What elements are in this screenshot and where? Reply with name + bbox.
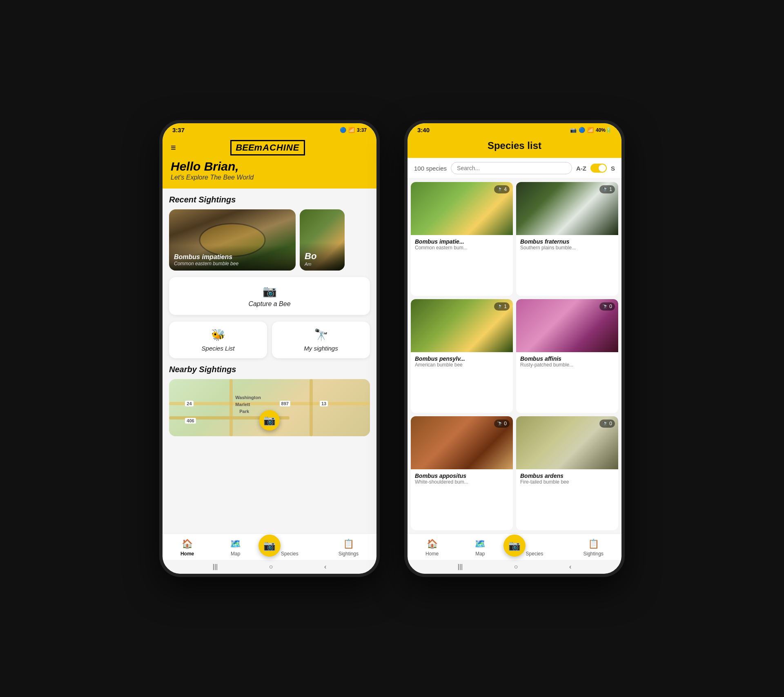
phone-2: 3:40 📷 🔵 📶 40%🔋 Species list 100 species… — [404, 120, 625, 577]
species-name-0: Bombus impatie... — [415, 238, 509, 245]
time-1: 3:37 — [172, 127, 185, 133]
species-card-0[interactable]: 🔭 4 Bombus impatie... Common eastern bum… — [411, 182, 513, 296]
sightings-icon-2: 📋 — [588, 539, 599, 549]
nearby-map: Washington Marlett Park 406 24 897 13 📷 — [169, 379, 370, 436]
badge-count-0: 4 — [504, 186, 507, 192]
home-btn-2[interactable]: ○ — [514, 563, 518, 570]
species-controls: 100 species A-Z S — [408, 158, 621, 179]
app-logo: BEEmACHINE — [230, 140, 305, 155]
species-common-3: Rusty-patched bumble... — [520, 362, 614, 368]
sort-s-label[interactable]: S — [611, 165, 615, 172]
map-label-nav: Map — [231, 551, 240, 557]
my-sightings-label: My sightings — [304, 345, 338, 352]
sighting-card-side[interactable]: Bo Am — [300, 209, 345, 271]
toggle-thumb — [599, 164, 606, 172]
nav-map-2[interactable]: 🗺️ Map — [470, 539, 490, 557]
binoculars-icon-3: 🔭 — [602, 304, 608, 309]
recents-btn[interactable]: ‹ — [324, 563, 326, 570]
toggle-track — [590, 164, 607, 173]
species-common-5: Fire-tailed bumble bee — [520, 479, 614, 485]
back-btn[interactable]: ||| — [213, 563, 218, 570]
capture-fab[interactable]: 📷 — [258, 535, 281, 557]
species-search-input[interactable] — [451, 162, 572, 174]
badge-count-1: 1 — [609, 186, 612, 192]
nav-capture-1[interactable]: 📷 📷 Species — [273, 539, 307, 557]
subtitle-text: Let's Explore The Bee World — [171, 174, 368, 181]
species-name-5: Bombus ardens — [520, 473, 614, 479]
sightings-icon: 📋 — [343, 539, 354, 549]
map-label-897: 897 — [280, 401, 290, 406]
bluetooth-icon: 🔵 — [340, 127, 346, 133]
binoculars-icon-1: 🔭 — [602, 187, 608, 192]
map-icon-2: 🗺️ — [474, 539, 486, 549]
species-info-1: Bombus fraternus Southern plains bumble.… — [516, 235, 618, 255]
map-label-24: 24 — [185, 401, 193, 406]
home-btn[interactable]: ○ — [269, 563, 273, 570]
nav-home-1[interactable]: 🏠 Home — [176, 539, 198, 557]
time-2: 3:40 — [417, 127, 430, 133]
home-indicator-1: ||| ○ ‹ — [163, 560, 376, 574]
status-bar-2: 3:40 📷 🔵 📶 40%🔋 — [408, 123, 621, 136]
species-name-2: Bombus pensylv... — [415, 355, 509, 362]
species-common-0: Common eastern bum... — [415, 245, 509, 251]
bottom-nav-2: 🏠 Home 🗺️ Map 📷 📷 Species 📋 Sightings — [408, 533, 621, 560]
nav-capture-2[interactable]: 📷 📷 Species — [518, 539, 552, 557]
binoculars-icon-0: 🔭 — [497, 187, 503, 192]
nav-map-1[interactable]: 🗺️ Map — [226, 539, 245, 557]
home-label: Home — [180, 551, 194, 557]
species-badge-4: 🔭 0 — [494, 420, 510, 428]
species-list-button[interactable]: 🐝 Species List — [169, 322, 267, 358]
species-info-2: Bombus pensylv... American bumble bee — [411, 352, 513, 372]
species-info-3: Bombus affinis Rusty-patched bumble... — [516, 352, 618, 372]
map-capture-button[interactable]: 📷 — [259, 410, 280, 431]
bottom-nav-1: 🏠 Home 🗺️ Map 📷 📷 Species 📋 Sightings — [163, 533, 376, 560]
phone1-header: ≡ BEEmACHINE Hello Brian, Let's Explore … — [163, 136, 376, 189]
map-label-nav-2: Map — [475, 551, 485, 557]
species-name-1: Bombus fraternus — [520, 238, 614, 245]
sort-az-label[interactable]: A-Z — [576, 165, 586, 172]
capture-bee-button[interactable]: 📷 Capture a Bee — [169, 277, 370, 315]
species-card-2[interactable]: 🔭 1 Bombus pensylv... American bumble be… — [411, 299, 513, 413]
badge-count-3: 0 — [609, 304, 612, 309]
species-common-2: American bumble bee — [415, 362, 509, 368]
nav-sightings-1[interactable]: 📋 Sightings — [334, 539, 363, 557]
map-icon: 🗺️ — [230, 539, 241, 549]
my-sightings-button[interactable]: 🔭 My sightings — [272, 322, 370, 358]
species-card-1[interactable]: 🔭 1 Bombus fraternus Southern plains bum… — [516, 182, 618, 296]
binoculars-icon-5: 🔭 — [602, 421, 608, 426]
camera-icon: 📷 — [263, 284, 277, 298]
home-indicator-2: ||| ○ ‹ — [408, 560, 621, 574]
recents-btn-2[interactable]: ‹ — [569, 563, 571, 570]
species-card-4[interactable]: 🔭 0 Bombus appositus White-shouldered bu… — [411, 416, 513, 530]
back-btn-2[interactable]: ||| — [458, 563, 463, 570]
capture-fab-2[interactable]: 📷 — [503, 535, 526, 557]
hamburger-menu[interactable]: ≡ — [171, 142, 176, 153]
sighting-card-main[interactable]: Bombus impatiens Common eastern bumble b… — [169, 209, 296, 271]
map-label-13: 13 — [320, 401, 328, 406]
sighting-cards: Bombus impatiens Common eastern bumble b… — [169, 209, 370, 271]
species-list-title: Species list — [416, 140, 613, 151]
home-label-2: Home — [425, 551, 439, 557]
map-label-406: 406 — [185, 418, 196, 424]
phone-1: 3:37 🔵 📶 3:37 ≡ BEEmACHINE Hello Brian, … — [159, 120, 380, 577]
species-info-4: Bombus appositus White-shouldered bum... — [411, 469, 513, 489]
map-label-washington: Washington — [235, 395, 261, 400]
species-card-3[interactable]: 🔭 0 Bombus affinis Rusty-patched bumble.… — [516, 299, 618, 413]
greeting-text: Hello Brian, — [171, 160, 368, 173]
sightings-label: Sightings — [339, 551, 359, 557]
sightings-label-2: Sightings — [583, 551, 603, 557]
bluetooth-icon-2: 🔵 — [579, 127, 585, 133]
species-badge-0: 🔭 4 — [494, 185, 510, 193]
nav-sightings-2[interactable]: 📋 Sightings — [579, 539, 607, 557]
sort-toggle[interactable] — [590, 164, 607, 173]
species-count: 100 species — [414, 165, 447, 172]
phone2-header: Species list — [408, 136, 621, 158]
card-species-name: Bombus impatiens — [174, 253, 291, 261]
species-card-5[interactable]: 🔭 0 Bombus ardens Fire-tailed bumble bee — [516, 416, 618, 530]
species-info-0: Bombus impatie... Common eastern bum... — [411, 235, 513, 255]
nav-home-2[interactable]: 🏠 Home — [421, 539, 443, 557]
nearby-sightings-title: Nearby Sightings — [169, 365, 370, 374]
species-common-1: Southern plains bumble... — [520, 245, 614, 251]
home-icon-2: 🏠 — [427, 539, 438, 549]
species-name-3: Bombus affinis — [520, 355, 614, 362]
